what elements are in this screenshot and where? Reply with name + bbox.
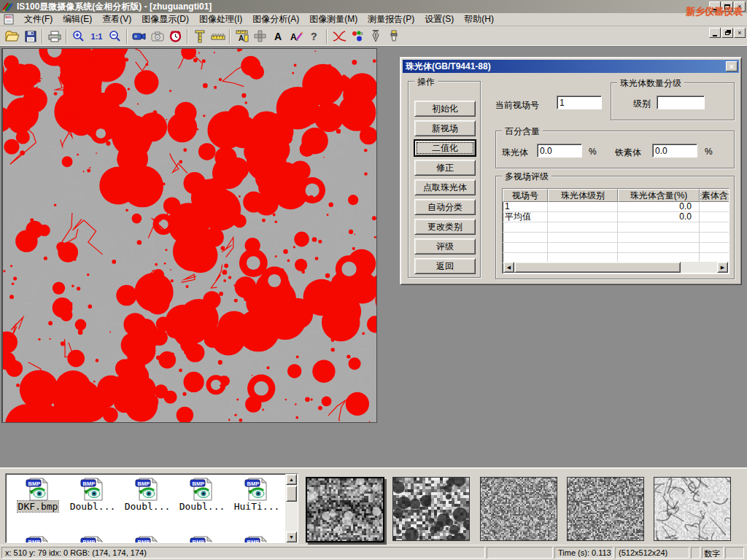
table-cell bbox=[548, 233, 618, 243]
scrollbar-thumb[interactable] bbox=[514, 262, 681, 273]
measure-label-icon[interactable]: A bbox=[233, 28, 251, 45]
ferrite-percent-input[interactable] bbox=[652, 144, 697, 158]
grade-group: 珠光体数量分级 级别 bbox=[611, 82, 735, 120]
pearlite-percent-input[interactable] bbox=[537, 144, 582, 158]
table-column-header[interactable]: 珠光体含量(%) bbox=[618, 189, 700, 202]
particle-count-icon[interactable]: 3 bbox=[348, 28, 366, 45]
timer-icon[interactable] bbox=[166, 28, 185, 45]
table-cell bbox=[700, 222, 729, 233]
operation-button[interactable]: 自动分类 bbox=[414, 199, 476, 215]
scroll-right-icon[interactable]: ▶ bbox=[717, 262, 728, 273]
table-column-header[interactable]: 铁素体含量(%) bbox=[700, 189, 729, 202]
actual-size-button[interactable]: 1:1 bbox=[88, 28, 106, 45]
file-item-partial[interactable]: BMP bbox=[121, 536, 174, 543]
table-row[interactable] bbox=[503, 233, 729, 243]
open-file-icon[interactable] bbox=[3, 28, 21, 45]
operation-button[interactable]: 新视场 bbox=[414, 120, 476, 136]
child-close-button[interactable]: × bbox=[734, 28, 746, 38]
menu-item[interactable]: 图像显示(D) bbox=[136, 12, 194, 26]
annotate-icon[interactable]: A bbox=[287, 28, 306, 45]
file-item[interactable]: BMPDoubl... bbox=[66, 478, 119, 512]
curve-measure-icon[interactable] bbox=[330, 28, 348, 45]
grade-level-input[interactable] bbox=[657, 96, 705, 109]
video-source-icon[interactable] bbox=[130, 28, 148, 45]
dialog-close-icon[interactable]: × bbox=[726, 61, 738, 71]
operation-button[interactable]: 评级 bbox=[414, 238, 476, 254]
table-cell bbox=[618, 243, 700, 253]
preview-thumbnail[interactable] bbox=[480, 477, 557, 541]
svg-text:BMP: BMP bbox=[138, 539, 150, 544]
dialog-title-bar[interactable]: 珠光体(GB/T9441-88) × bbox=[403, 60, 739, 73]
operation-button[interactable]: 更改类别 bbox=[414, 219, 476, 235]
metallographic-image-canvas[interactable] bbox=[1, 48, 377, 423]
preview-thumbnail[interactable] bbox=[392, 477, 470, 541]
zoom-out-icon[interactable] bbox=[106, 28, 124, 45]
menu-item[interactable]: 图像处理(I) bbox=[194, 12, 247, 26]
table-horizontal-scrollbar[interactable]: ◀ ▶ bbox=[503, 262, 728, 273]
table-column-header[interactable]: 珠光体级别 bbox=[548, 189, 618, 202]
preview-thumbnail[interactable] bbox=[654, 477, 731, 541]
grid-merge-icon[interactable] bbox=[251, 28, 269, 45]
pen-icon[interactable] bbox=[366, 28, 384, 45]
bmp-file-icon: BMP bbox=[12, 536, 64, 543]
menu-item[interactable]: 图像测量(M) bbox=[304, 12, 363, 26]
menu-item[interactable]: 帮助(H) bbox=[459, 12, 499, 26]
table-row[interactable]: 平均值0.0 bbox=[503, 212, 729, 222]
preview-thumbnail[interactable] bbox=[306, 477, 384, 542]
table-row[interactable] bbox=[503, 222, 729, 233]
file-item-partial[interactable]: BMP bbox=[176, 536, 228, 543]
scroll-left-icon[interactable]: ◀ bbox=[503, 262, 514, 273]
operation-button[interactable]: 初始化 bbox=[414, 101, 476, 117]
menu-item[interactable]: 查看(V) bbox=[97, 12, 136, 26]
preview-thumbnail[interactable] bbox=[567, 477, 644, 541]
caliper-horizontal-icon[interactable] bbox=[209, 28, 227, 45]
menu-item[interactable]: 设置(S) bbox=[419, 12, 459, 26]
table-row[interactable]: 10.0 bbox=[503, 202, 729, 212]
operation-button[interactable]: 点取珠光体 bbox=[414, 179, 476, 195]
time-status: Time (s): 0.113 bbox=[554, 547, 614, 559]
operation-button[interactable]: 二值化 bbox=[414, 140, 476, 156]
svg-text:BMP: BMP bbox=[83, 481, 96, 487]
help-icon[interactable]: ? bbox=[306, 28, 324, 45]
file-item[interactable]: BMPHuiTi... bbox=[231, 478, 283, 512]
save-icon[interactable] bbox=[21, 28, 39, 45]
file-item-partial[interactable]: BMP bbox=[66, 536, 119, 543]
file-list-scrollbar[interactable]: ▲ ▼ bbox=[285, 474, 298, 542]
table-column-header[interactable]: 视场号 bbox=[503, 189, 548, 202]
print-icon[interactable] bbox=[45, 28, 63, 45]
scroll-down-icon[interactable]: ▼ bbox=[286, 532, 297, 542]
rating-table[interactable]: 视场号珠光体级别珠光体含量(%)铁素体含量(%) 10.0平均值0.0 ◀ ▶ bbox=[502, 188, 729, 274]
menu-item[interactable]: 图像分析(A) bbox=[247, 12, 304, 26]
svg-text:3: 3 bbox=[361, 31, 363, 36]
scroll-up-icon[interactable]: ▲ bbox=[286, 474, 297, 485]
capture-icon[interactable] bbox=[148, 28, 166, 45]
file-item[interactable]: BMPDoubl... bbox=[121, 478, 174, 512]
text-icon[interactable]: A bbox=[269, 28, 287, 45]
zoom-in-icon[interactable] bbox=[69, 28, 88, 45]
table-cell: 0.0 bbox=[618, 202, 700, 212]
menu-item[interactable]: 编辑(E) bbox=[58, 12, 97, 26]
table-cell bbox=[700, 233, 729, 243]
mode-status: 数字 bbox=[702, 547, 724, 559]
file-item[interactable]: BMPDKF.bmp bbox=[12, 478, 64, 512]
file-list[interactable]: BMPBMPBMPBMPBMPBMPHuiTi...BMPDoubl...BMP… bbox=[5, 473, 298, 543]
operation-button[interactable]: 修正 bbox=[414, 160, 476, 176]
table-row[interactable] bbox=[503, 243, 729, 253]
menu-item[interactable]: 文件(F) bbox=[19, 12, 58, 26]
bmp-file-icon: BMP bbox=[176, 478, 228, 501]
brush-icon[interactable] bbox=[384, 28, 403, 45]
file-item-partial[interactable]: BMP bbox=[12, 536, 64, 543]
file-item[interactable]: BMPDoubl... bbox=[176, 478, 228, 512]
caliper-vertical-icon[interactable] bbox=[190, 28, 209, 45]
current-field-input[interactable] bbox=[557, 96, 602, 109]
file-scrollbar-thumb[interactable] bbox=[286, 486, 297, 502]
table-cell bbox=[548, 202, 618, 212]
child-minimize-button[interactable] bbox=[709, 28, 721, 38]
svg-text:BMP: BMP bbox=[28, 539, 41, 544]
document-icon[interactable]: DOC bbox=[3, 14, 15, 25]
bmp-file-icon: BMP bbox=[66, 536, 119, 543]
file-item-partial[interactable]: BMP bbox=[231, 536, 283, 543]
operation-button[interactable]: 返回 bbox=[414, 258, 476, 274]
child-restore-button[interactable] bbox=[721, 28, 733, 38]
menu-item[interactable]: 测量报告(P) bbox=[363, 12, 419, 26]
